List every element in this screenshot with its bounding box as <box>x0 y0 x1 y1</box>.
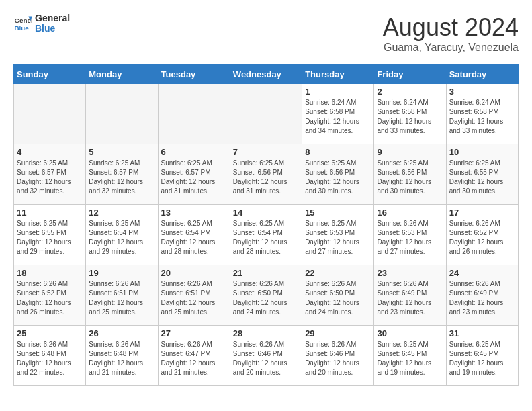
page-header: General Blue General Blue August 2024 Gu… <box>13 13 519 54</box>
logo-general: General <box>35 13 70 24</box>
calendar-week-row: 4Sunrise: 6:25 AMSunset: 6:57 PMDaylight… <box>14 144 519 205</box>
calendar-day-cell: 19Sunrise: 6:26 AMSunset: 6:51 PMDayligh… <box>86 265 158 326</box>
day-number: 11 <box>17 208 83 218</box>
day-number: 9 <box>377 147 443 157</box>
day-info: Sunrise: 6:25 AMSunset: 6:53 PMDaylight:… <box>305 219 371 257</box>
calendar-day-cell: 31Sunrise: 6:25 AMSunset: 6:45 PMDayligh… <box>446 326 518 386</box>
day-info: Sunrise: 6:26 AMSunset: 6:46 PMDaylight:… <box>305 340 371 377</box>
day-info: Sunrise: 6:25 AMSunset: 6:56 PMDaylight:… <box>305 158 371 196</box>
weekday-header: Monday <box>86 65 158 84</box>
calendar-day-cell: 16Sunrise: 6:26 AMSunset: 6:53 PMDayligh… <box>374 205 446 265</box>
calendar-day-cell: 5Sunrise: 6:25 AMSunset: 6:57 PMDaylight… <box>86 144 158 205</box>
day-number: 16 <box>377 208 443 218</box>
day-info: Sunrise: 6:26 AMSunset: 6:50 PMDaylight:… <box>233 279 299 317</box>
day-info: Sunrise: 6:25 AMSunset: 6:57 PMDaylight:… <box>161 158 227 196</box>
day-number: 21 <box>233 268 299 278</box>
weekday-header: Saturday <box>446 65 518 84</box>
day-number: 2 <box>377 87 443 97</box>
svg-text:Blue: Blue <box>14 24 29 32</box>
day-number: 6 <box>161 147 227 157</box>
day-info: Sunrise: 6:26 AMSunset: 6:46 PMDaylight:… <box>233 340 299 377</box>
day-info: Sunrise: 6:25 AMSunset: 6:55 PMDaylight:… <box>449 158 515 196</box>
day-number: 29 <box>305 328 371 338</box>
day-info: Sunrise: 6:26 AMSunset: 6:47 PMDaylight:… <box>161 340 227 377</box>
day-info: Sunrise: 6:25 AMSunset: 6:45 PMDaylight:… <box>377 340 443 377</box>
calendar-day-cell: 23Sunrise: 6:26 AMSunset: 6:49 PMDayligh… <box>374 265 446 326</box>
day-number: 25 <box>17 328 83 338</box>
day-info: Sunrise: 6:26 AMSunset: 6:49 PMDaylight:… <box>449 279 515 317</box>
calendar-day-cell: 1Sunrise: 6:24 AMSunset: 6:58 PMDaylight… <box>302 84 374 144</box>
calendar-day-cell: 13Sunrise: 6:25 AMSunset: 6:54 PMDayligh… <box>158 205 230 265</box>
calendar-day-cell: 15Sunrise: 6:25 AMSunset: 6:53 PMDayligh… <box>302 205 374 265</box>
day-info: Sunrise: 6:25 AMSunset: 6:57 PMDaylight:… <box>89 158 154 196</box>
calendar-day-cell: 9Sunrise: 6:25 AMSunset: 6:56 PMDaylight… <box>374 144 446 205</box>
day-info: Sunrise: 6:26 AMSunset: 6:49 PMDaylight:… <box>377 279 443 317</box>
weekday-header: Tuesday <box>158 65 230 84</box>
day-info: Sunrise: 6:26 AMSunset: 6:52 PMDaylight:… <box>449 219 515 257</box>
day-info: Sunrise: 6:24 AMSunset: 6:58 PMDaylight:… <box>377 98 443 136</box>
day-info: Sunrise: 6:26 AMSunset: 6:48 PMDaylight:… <box>17 340 83 377</box>
day-info: Sunrise: 6:24 AMSunset: 6:58 PMDaylight:… <box>305 98 371 136</box>
location-subtitle: Guama, Yaracuy, Venezuela <box>383 42 519 54</box>
calendar-day-cell: 8Sunrise: 6:25 AMSunset: 6:56 PMDaylight… <box>302 144 374 205</box>
title-section: August 2024 Guama, Yaracuy, Venezuela <box>383 13 519 54</box>
day-number: 3 <box>449 87 515 97</box>
day-number: 1 <box>305 87 371 97</box>
calendar-day-cell: 27Sunrise: 6:26 AMSunset: 6:47 PMDayligh… <box>158 326 230 386</box>
day-number: 10 <box>449 147 515 157</box>
day-info: Sunrise: 6:26 AMSunset: 6:48 PMDaylight:… <box>89 340 154 377</box>
calendar-day-cell: 24Sunrise: 6:26 AMSunset: 6:49 PMDayligh… <box>446 265 518 326</box>
day-info: Sunrise: 6:25 AMSunset: 6:45 PMDaylight:… <box>449 340 515 377</box>
day-info: Sunrise: 6:25 AMSunset: 6:54 PMDaylight:… <box>161 219 227 257</box>
day-number: 27 <box>161 328 227 338</box>
calendar-day-cell: 28Sunrise: 6:26 AMSunset: 6:46 PMDayligh… <box>230 326 302 386</box>
day-info: Sunrise: 6:26 AMSunset: 6:50 PMDaylight:… <box>305 279 371 317</box>
calendar-day-cell: 30Sunrise: 6:25 AMSunset: 6:45 PMDayligh… <box>374 326 446 386</box>
calendar-week-row: 11Sunrise: 6:25 AMSunset: 6:55 PMDayligh… <box>14 205 519 265</box>
day-info: Sunrise: 6:25 AMSunset: 6:55 PMDaylight:… <box>17 219 83 257</box>
calendar-day-cell <box>230 84 302 144</box>
calendar-day-cell: 25Sunrise: 6:26 AMSunset: 6:48 PMDayligh… <box>14 326 86 386</box>
logo-icon: General Blue <box>13 14 32 33</box>
month-year-title: August 2024 <box>383 13 519 42</box>
day-info: Sunrise: 6:25 AMSunset: 6:56 PMDaylight:… <box>377 158 443 196</box>
day-number: 13 <box>161 208 227 218</box>
calendar-day-cell: 18Sunrise: 6:26 AMSunset: 6:52 PMDayligh… <box>14 265 86 326</box>
day-info: Sunrise: 6:26 AMSunset: 6:52 PMDaylight:… <box>17 279 83 317</box>
day-number: 23 <box>377 268 443 278</box>
calendar-table: SundayMondayTuesdayWednesdayThursdayFrid… <box>13 64 519 386</box>
day-info: Sunrise: 6:26 AMSunset: 6:51 PMDaylight:… <box>161 279 227 317</box>
day-number: 15 <box>305 208 371 218</box>
weekday-header: Wednesday <box>230 65 302 84</box>
day-number: 26 <box>89 328 154 338</box>
day-info: Sunrise: 6:26 AMSunset: 6:51 PMDaylight:… <box>89 279 154 317</box>
day-number: 18 <box>17 268 83 278</box>
calendar-day-cell: 4Sunrise: 6:25 AMSunset: 6:57 PMDaylight… <box>14 144 86 205</box>
calendar-week-row: 25Sunrise: 6:26 AMSunset: 6:48 PMDayligh… <box>14 326 519 386</box>
calendar-day-cell: 20Sunrise: 6:26 AMSunset: 6:51 PMDayligh… <box>158 265 230 326</box>
day-info: Sunrise: 6:26 AMSunset: 6:53 PMDaylight:… <box>377 219 443 257</box>
calendar-day-cell: 11Sunrise: 6:25 AMSunset: 6:55 PMDayligh… <box>14 205 86 265</box>
calendar-day-cell: 29Sunrise: 6:26 AMSunset: 6:46 PMDayligh… <box>302 326 374 386</box>
weekday-header: Sunday <box>14 65 86 84</box>
day-number: 31 <box>449 328 515 338</box>
day-number: 17 <box>449 208 515 218</box>
calendar-day-cell: 10Sunrise: 6:25 AMSunset: 6:55 PMDayligh… <box>446 144 518 205</box>
calendar-day-cell: 22Sunrise: 6:26 AMSunset: 6:50 PMDayligh… <box>302 265 374 326</box>
calendar-day-cell <box>14 84 86 144</box>
day-number: 24 <box>449 268 515 278</box>
day-number: 7 <box>233 147 299 157</box>
weekday-header-row: SundayMondayTuesdayWednesdayThursdayFrid… <box>14 65 519 84</box>
day-info: Sunrise: 6:25 AMSunset: 6:54 PMDaylight:… <box>233 219 299 257</box>
day-number: 19 <box>89 268 154 278</box>
day-info: Sunrise: 6:25 AMSunset: 6:54 PMDaylight:… <box>89 219 154 257</box>
calendar-day-cell: 14Sunrise: 6:25 AMSunset: 6:54 PMDayligh… <box>230 205 302 265</box>
day-number: 30 <box>377 328 443 338</box>
calendar-day-cell <box>158 84 230 144</box>
day-number: 28 <box>233 328 299 338</box>
day-info: Sunrise: 6:25 AMSunset: 6:57 PMDaylight:… <box>17 158 83 196</box>
day-number: 8 <box>305 147 371 157</box>
day-info: Sunrise: 6:24 AMSunset: 6:58 PMDaylight:… <box>449 98 515 136</box>
calendar-day-cell: 7Sunrise: 6:25 AMSunset: 6:56 PMDaylight… <box>230 144 302 205</box>
day-number: 14 <box>233 208 299 218</box>
